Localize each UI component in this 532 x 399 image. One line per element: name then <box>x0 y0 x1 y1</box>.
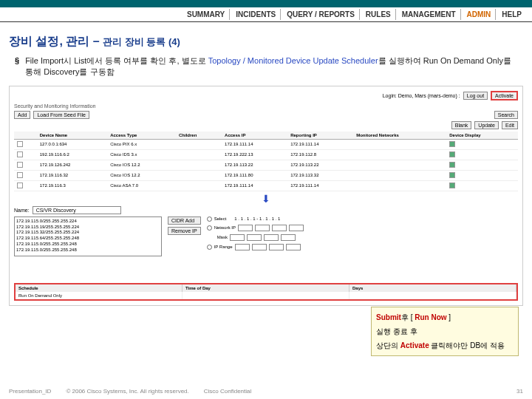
mask-3[interactable] <box>264 234 279 241</box>
table-row[interactable]: 172.19.116.32Cisco IOS 12.2172.19.111.80… <box>14 170 518 180</box>
display-checkbox[interactable] <box>449 141 455 147</box>
th-accessip: Access IP <box>222 132 287 140</box>
cell: 172.19.126.242 <box>37 160 107 170</box>
radio-select[interactable] <box>207 216 212 222</box>
table-header-row: Device Name Access Type Children Access … <box>14 132 518 140</box>
nav-query[interactable]: QUERY / REPORTS <box>282 9 360 20</box>
range-text: 1 . 1 . 1 . 1 - 1 . 1 . 1 . 1 <box>234 216 280 221</box>
cell: 172.19.111.14 <box>287 139 353 149</box>
ip-entry[interactable]: 172.19.115.0/255.255.255.224 <box>16 219 160 225</box>
ip-list-box[interactable]: 172.19.115.0/255.255.255.224172.19.115.1… <box>14 216 162 256</box>
login-bar: Login: Demo, Mars (mars-demo) : Log out … <box>14 91 518 100</box>
section-title: Security and Monitoring Information <box>14 103 518 109</box>
th-name: Device Name <box>37 132 107 140</box>
rng-3[interactable] <box>269 244 284 250</box>
cell: Cisco PIX 6.x <box>107 139 176 149</box>
table-row[interactable]: 192.19.116.6:2Cisco IDS 3.x172.19.222.13… <box>14 149 518 160</box>
cell <box>176 149 222 160</box>
display-checkbox[interactable] <box>449 162 455 168</box>
display-checkbox[interactable] <box>449 172 455 178</box>
arrow-down-icon: ⬇ <box>14 193 518 205</box>
name-input[interactable]: CS/VR Discovery <box>33 206 121 214</box>
nav-rules[interactable]: RULES <box>361 9 396 20</box>
nav-help[interactable]: HELP <box>497 9 526 20</box>
netip-4[interactable] <box>289 225 304 231</box>
page-number: 31 <box>516 388 523 395</box>
cell <box>176 170 222 180</box>
display-checkbox[interactable] <box>449 151 455 157</box>
cell: 127.0.0.1:634 <box>37 139 107 149</box>
ip-entry[interactable]: 172.19.115.32/255.255.255.224 <box>16 230 160 236</box>
cell <box>176 180 222 191</box>
confidential: Cisco Confidential <box>204 388 251 395</box>
top-accent-bar <box>0 0 532 7</box>
cell: Cisco IOS 12.2 <box>107 160 176 170</box>
th-check <box>14 132 37 140</box>
ip-entry[interactable]: 172.19.115.0/255.255.255.248 <box>16 248 160 253</box>
row-checkbox[interactable] <box>17 141 23 147</box>
table-row[interactable]: 127.0.0.1:634Cisco PIX 6.x172.19.111.141… <box>14 139 518 149</box>
radio-network[interactable] <box>207 225 212 231</box>
edit-button[interactable]: Edit <box>502 121 518 129</box>
radio-range[interactable] <box>207 245 212 250</box>
ip-entry[interactable]: 172.19.115.0/255.255.255.248 <box>16 242 160 248</box>
sched-h1: Schedule <box>16 284 183 292</box>
cell: 172.19.116.3 <box>37 180 107 191</box>
mask-2[interactable] <box>247 234 262 241</box>
row-checkbox[interactable] <box>17 183 23 188</box>
cell: Cisco IOS 12.2 <box>107 170 176 180</box>
mask-label: Mask <box>217 235 228 239</box>
table-row[interactable]: 172.19.116.3Cisco ASA 7.0172.19.111.1417… <box>14 180 518 191</box>
sched-v3 <box>349 292 516 299</box>
main-nav: SUMMARY INCIDENTS QUERY / REPORTS RULES … <box>0 7 532 22</box>
display-checkbox[interactable] <box>449 183 455 188</box>
logout-button[interactable]: Log out <box>463 92 488 100</box>
cell: 192.19.116.6:2 <box>37 149 107 160</box>
mask-1[interactable] <box>230 234 245 241</box>
th-reportip: Reporting IP <box>287 132 353 140</box>
add-button[interactable]: Add <box>14 111 30 119</box>
bullet-text: § File Import시 List에서 등록 여부를 확인 후, 별도로 T… <box>0 55 532 86</box>
row-checkbox[interactable] <box>17 162 23 168</box>
th-display: Device Display <box>446 132 518 140</box>
ip-entry[interactable]: 172.19.115.19/255.255.255.224 <box>16 225 160 231</box>
row-checkbox[interactable] <box>17 172 23 178</box>
netip-3[interactable] <box>272 225 287 231</box>
nav-summary[interactable]: SUMMARY <box>183 9 230 20</box>
nav-management[interactable]: MANAGEMENT <box>398 9 461 20</box>
rng-1[interactable] <box>235 244 250 250</box>
blank-button[interactable]: Blank <box>451 121 472 129</box>
search-button[interactable]: Search <box>494 111 518 119</box>
sched-v1[interactable]: Run On Demand Only <box>16 292 183 299</box>
rng-4[interactable] <box>286 244 301 250</box>
nav-admin[interactable]: ADMIN <box>463 9 497 20</box>
radio-network-label: Network IP <box>214 225 236 230</box>
netip-1[interactable] <box>238 225 253 231</box>
sched-h3: Days <box>349 284 516 292</box>
cell <box>176 160 222 170</box>
th-children: Children <box>176 132 222 140</box>
name-label: Name: <box>14 208 30 213</box>
row-checkbox[interactable] <box>17 151 23 157</box>
load-seed-button[interactable]: Load From Seed File <box>33 111 89 119</box>
callout-box: Submit후 [ Run Now ] 실행 종료 후 상단의 Activate… <box>371 307 519 356</box>
update-button[interactable]: Update <box>474 121 499 129</box>
cell: 172.19.111.14 <box>222 139 287 149</box>
cell: 172.19.111.14 <box>287 180 353 191</box>
cidr-add-button[interactable]: CIDR Add <box>168 216 201 225</box>
login-label: Login: Demo, Mars (mars-demo) : <box>383 93 460 98</box>
rng-2[interactable] <box>252 244 267 250</box>
mask-4[interactable] <box>281 234 296 241</box>
netip-2[interactable] <box>255 225 270 231</box>
page-title: 장비 설정, 관리 – 관리 장비 등록 (4) <box>0 22 532 55</box>
cell: 172.19.222.13 <box>222 149 287 160</box>
ip-entry[interactable]: 172.19.115.64/255.255.255.248 <box>16 236 160 242</box>
nav-incidents[interactable]: INCIDENTS <box>231 9 281 20</box>
cell: 172.19.112.8 <box>287 149 353 160</box>
remove-ip-button[interactable]: Remove IP <box>168 227 201 235</box>
table-row[interactable]: 172.19.126.242Cisco IOS 12.2172.19.113.2… <box>14 160 518 170</box>
activate-button[interactable]: Activate <box>491 91 518 100</box>
cell: Cisco ASA 7.0 <box>107 180 176 191</box>
cell: 172.19.111.14 <box>222 180 287 191</box>
th-monnet: Monitored Networks <box>353 132 446 140</box>
